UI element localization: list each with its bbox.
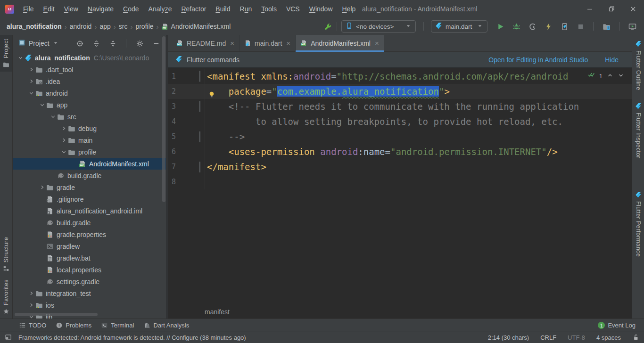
breadcrumb-manifest[interactable]: manifest — [205, 308, 230, 316]
expand-all-button[interactable] — [91, 38, 101, 49]
breadcrumb-item-app[interactable]: app — [99, 23, 110, 30]
run-config-selector[interactable]: main.dart — [431, 20, 487, 33]
tree-item-profile[interactable]: profile — [13, 146, 166, 158]
line-number[interactable]: 5 — [168, 129, 182, 144]
line-number[interactable]: 6 — [168, 144, 182, 159]
line-number[interactable]: 4 — [168, 114, 182, 129]
chevron-right-icon[interactable] — [27, 78, 35, 85]
line-number[interactable]: 2 — [168, 84, 182, 99]
close-tab-icon[interactable]: × — [230, 40, 234, 47]
tree-item-settings-gradle[interactable]: settings.gradle — [13, 276, 166, 287]
hide-banner-link[interactable]: Hide — [605, 56, 619, 64]
tab-readme-md[interactable]: MDREADME.md× — [172, 35, 239, 51]
tree-item-gradle[interactable]: gradle — [13, 181, 166, 193]
tree-item-gradlew[interactable]: gradlew — [13, 240, 166, 252]
chevron-right-icon[interactable] — [38, 184, 46, 191]
status-encoding[interactable]: UTF-8 — [568, 334, 585, 341]
menu-code[interactable]: Code — [118, 0, 143, 18]
line-number[interactable]: 3 — [168, 99, 182, 114]
tree-horizontal-scrollbar[interactable] — [15, 313, 98, 316]
chevron-right-icon[interactable] — [27, 66, 35, 74]
chevron-right-icon[interactable] — [27, 302, 35, 309]
breadcrumb-item-src[interactable]: src — [119, 23, 128, 30]
close-button[interactable] — [622, 0, 644, 18]
line-number[interactable]: 1 — [168, 69, 182, 84]
close-tab-icon[interactable]: × — [375, 40, 379, 47]
tree-item-alura-notification-android-iml[interactable]: alura_notification_android.iml — [13, 205, 166, 217]
tree-item-main[interactable]: main — [13, 134, 166, 146]
chevron-down-icon[interactable] — [17, 54, 25, 62]
maximize-button[interactable] — [601, 0, 622, 18]
toolwindow-button-problems[interactable]: Problems — [56, 322, 91, 329]
menu-run[interactable]: Run — [235, 0, 257, 18]
menu-build[interactable]: Build — [211, 0, 235, 18]
chevron-down-icon[interactable] — [38, 101, 46, 109]
menu-view[interactable]: View — [59, 0, 83, 18]
fold-end-icon[interactable] — [199, 159, 200, 174]
stripe-tab-flutter-outline[interactable]: Flutter Outline — [635, 41, 642, 90]
previous-highlight-button[interactable] — [607, 71, 613, 81]
status-line-separator[interactable]: CRLF — [540, 334, 556, 341]
flutter-attach-button[interactable] — [559, 21, 570, 32]
menu-help[interactable]: Help — [338, 0, 361, 18]
open-in-android-studio-link[interactable]: Open for Editing in Android Studio — [488, 56, 588, 64]
menu-tools[interactable]: Tools — [256, 0, 281, 18]
tree-item-build-gradle[interactable]: build.gradle — [13, 217, 166, 229]
tree-item-gradle-properties[interactable]: gradle.properties — [13, 229, 166, 240]
stripe-tab-flutter-performance[interactable]: Flutter Performance — [635, 191, 642, 257]
device-file-explorer-button[interactable] — [601, 21, 611, 32]
profiler-button[interactable] — [527, 21, 537, 32]
tree-item-gitignore[interactable]: .gitignore — [13, 193, 166, 205]
tree-item-alura-notification[interactable]: alura_notificationC:\Users\Leonardo — [13, 52, 166, 64]
hide-button[interactable] — [151, 38, 161, 49]
tree-vertical-scrollbar[interactable] — [162, 36, 165, 202]
stripe-tab-flutter-inspector[interactable]: Flutter Inspector — [635, 103, 642, 158]
flutter-wrench-button[interactable] — [322, 21, 333, 32]
collapse-all-button[interactable] — [107, 38, 118, 49]
tree-item-integration-test[interactable]: integration_test — [13, 287, 166, 299]
menu-window[interactable]: Window — [305, 0, 338, 18]
menu-navigate[interactable]: Navigate — [83, 0, 118, 18]
chevron-down-icon[interactable] — [49, 113, 57, 121]
status-message[interactable]: Frameworks detected: Android framework i… — [18, 334, 246, 341]
tree-item-android[interactable]: android — [13, 87, 166, 99]
menu-refactor[interactable]: Refactor — [176, 0, 211, 18]
next-highlight-button[interactable] — [618, 71, 624, 81]
line-number[interactable]: 7 — [168, 159, 182, 174]
menu-file[interactable]: File — [18, 0, 39, 18]
tree-item-debug[interactable]: debug — [13, 122, 166, 134]
chevron-down-icon[interactable] — [27, 90, 35, 97]
stripe-tab-favorites[interactable]: Favorites — [0, 276, 12, 318]
tab-main-dart[interactable]: main.dart× — [239, 35, 296, 51]
code-editor[interactable]: 1<manifest xmlns:android="http://schemas… — [168, 68, 632, 305]
breadcrumb-item-androidmanifest-xml[interactable]: MFAndroidManifest.xml — [162, 23, 231, 30]
chevron-right-icon[interactable] — [60, 125, 68, 132]
chevron-right-icon[interactable] — [27, 290, 35, 297]
status-caret-position[interactable]: 2:14 (30 chars) — [488, 334, 529, 341]
settings-button[interactable] — [134, 38, 145, 49]
run-button[interactable] — [495, 21, 505, 32]
tree-item-androidmanifest-xml[interactable]: MFAndroidManifest.xml — [13, 158, 166, 170]
fold-start-icon[interactable] — [199, 99, 200, 114]
breadcrumb-item-android[interactable]: android — [70, 23, 92, 30]
device-selector[interactable]: <no devices> — [341, 20, 416, 33]
menu-edit[interactable]: Edit — [39, 0, 59, 18]
fold-end-icon[interactable] — [199, 129, 200, 144]
toolwindow-button-terminal[interactable]: Terminal — [101, 322, 134, 329]
menu-analyze[interactable]: Analyze — [144, 0, 177, 18]
tree-item-local-properties[interactable]: local.properties — [13, 264, 166, 276]
tree-item-dart-tool[interactable]: .dart_tool — [13, 64, 166, 75]
project-panel-title[interactable]: Project — [29, 40, 50, 47]
toolwindow-button-todo[interactable]: TODO — [19, 322, 46, 329]
stop-button[interactable] — [575, 21, 586, 32]
line-number[interactable]: 8 — [168, 174, 182, 189]
event-log-button[interactable]: 1 Event Log — [598, 322, 636, 329]
tab-androidmanifest-xml[interactable]: MFAndroidManifest.xml× — [296, 35, 384, 51]
breadcrumb-item-alura-notification[interactable]: alura_notification — [7, 23, 62, 30]
fold-start-icon[interactable] — [199, 69, 200, 84]
chevron-down-icon[interactable] — [60, 148, 68, 156]
inspection-widget[interactable]: 1 — [588, 71, 624, 81]
stripe-tab-structure[interactable]: Structure — [0, 233, 12, 276]
tree-item-app[interactable]: app — [13, 99, 166, 111]
menu-vcs[interactable]: VCS — [281, 0, 305, 18]
